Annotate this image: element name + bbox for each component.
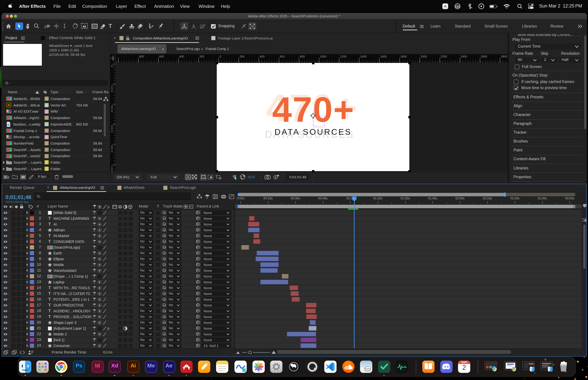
svg-text:fx: fx (107, 326, 110, 330)
svg-text:Ai: Ai (7, 104, 10, 107)
svg-text:fx: fx (107, 205, 110, 209)
